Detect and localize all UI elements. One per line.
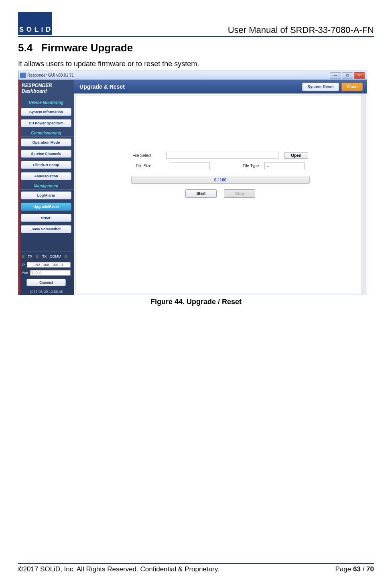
sidebar-title-line1: RESPONDER <box>22 83 52 88</box>
port-row: Port 20000 <box>18 269 74 277</box>
minimize-button[interactable]: — <box>330 72 341 79</box>
stop-button[interactable]: Stop <box>224 189 255 198</box>
file-select-row: File Select Open <box>132 152 308 159</box>
window-titlebar: Responder GUI v00.01.71 — □ ✕ <box>18 71 367 80</box>
start-button[interactable]: Start <box>185 189 217 198</box>
header-buttons: System Reset Close <box>302 83 363 91</box>
file-size-input[interactable] <box>170 162 210 169</box>
sidebar-item-snmp[interactable]: SNMP <box>21 214 71 222</box>
sidebar-item-ch-power-spectrum[interactable]: CH Power Spectrum <box>21 119 71 127</box>
copyright-text: ©2017 SOLiD, Inc. All Rights Reserved. C… <box>18 565 219 573</box>
page-sep: / <box>361 565 366 573</box>
sidebar-item-amp-isolation[interactable]: AMP/Isolation <box>21 172 71 180</box>
page-number: Page 63 / 70 <box>335 565 374 573</box>
comm-label: COMM <box>50 254 61 258</box>
sidebar-item-system-information[interactable]: System Information <box>21 108 71 116</box>
progress-bar: 0 / 100 <box>131 176 310 184</box>
sidebar-item-service-channels[interactable]: Service Channels <box>21 150 71 158</box>
sidebar: RESPONDER Dashboard Device Monitoring Sy… <box>18 80 74 295</box>
panel-close-button[interactable]: Close <box>341 83 363 91</box>
main-header: Upgrade & Reset System Reset Close <box>74 80 367 93</box>
open-button[interactable]: Open <box>284 152 308 159</box>
ip-input[interactable]: 192 . 168 . 100 . 1 <box>27 262 71 268</box>
file-size-label: File Size <box>136 164 164 168</box>
page-label: Page <box>335 565 353 573</box>
timestamp-label: 2017-06-20 12:55:08 <box>18 288 74 295</box>
close-window-button[interactable]: ✕ <box>354 72 365 79</box>
file-select-label: File Select <box>132 153 160 158</box>
ip-row: IP 192 . 168 . 100 . 1 <box>18 261 74 269</box>
ip-label: IP <box>22 263 25 267</box>
sidebar-status: TX RX COMM <box>18 252 74 261</box>
sidebar-section-commissioning: Commissioning <box>18 129 74 137</box>
window-title-group: Responder GUI v00.01.71 <box>20 73 74 78</box>
sidebar-section-management: Management <box>18 182 74 190</box>
app-body: RESPONDER Dashboard Device Monitoring Sy… <box>18 80 367 295</box>
progress-text: 0 / 100 <box>214 178 227 182</box>
sidebar-item-log-alarm[interactable]: Log/Alarm <box>21 191 71 199</box>
connect-button[interactable]: Connect <box>26 279 66 286</box>
sidebar-title-line2: Dashboard <box>22 88 47 94</box>
content-area: File Select Open File Size File Type -- … <box>75 95 365 293</box>
tx-led-icon <box>22 255 24 258</box>
port-input[interactable]: 20000 <box>30 270 71 276</box>
file-type-input[interactable]: -- <box>264 162 305 169</box>
sidebar-item-upgrade-reset[interactable]: Upgrade/Reset <box>21 203 71 211</box>
port-label: Port <box>22 271 28 275</box>
solid-logo: S O L i D <box>18 12 52 35</box>
file-type-label: File Type <box>243 164 259 168</box>
section-description: It allows users to update firmware or to… <box>18 60 374 68</box>
section-title: Firmware Upgrade <box>41 42 133 54</box>
action-row: Start Stop <box>185 189 255 198</box>
sidebar-item-operation-mode[interactable]: Operation Mode <box>21 138 71 146</box>
app-icon <box>20 73 26 78</box>
page-current: 63 <box>353 565 361 573</box>
system-reset-button[interactable]: System Reset <box>302 83 339 91</box>
page-footer: ©2017 SOLiD, Inc. All Rights Reserved. C… <box>18 563 374 573</box>
sidebar-title: RESPONDER Dashboard <box>18 80 74 98</box>
page-total: 70 <box>366 565 374 573</box>
tx-label: TX <box>28 254 32 258</box>
sidebar-accent <box>19 80 20 295</box>
window-buttons: — □ ✕ <box>330 72 365 79</box>
window-title: Responder GUI v00.01.71 <box>27 73 74 77</box>
scrollbar[interactable] <box>361 93 366 295</box>
section-heading: 5.4 Firmware Upgrade <box>18 42 374 54</box>
rx-led-icon <box>36 255 39 258</box>
file-select-input[interactable] <box>166 152 278 159</box>
file-info-row: File Size File Type -- <box>136 162 305 169</box>
main-panel: Upgrade & Reset System Reset Close File … <box>74 80 367 295</box>
figure-caption: Figure 44. Upgrade / Reset <box>18 298 374 306</box>
main-title: Upgrade & Reset <box>79 83 125 90</box>
sidebar-item-save-screenshot[interactable]: Save Screenshot <box>21 225 71 233</box>
section-number: 5.4 <box>18 42 32 54</box>
header-title: User Manual of SRDR-33-7080-A-FN <box>228 25 374 35</box>
app-screenshot: Responder GUI v00.01.71 — □ ✕ RESPONDER … <box>18 71 367 295</box>
sidebar-item-filter-ch-setup[interactable]: Filter/CH Setup <box>21 161 71 169</box>
rx-label: RX <box>42 254 47 258</box>
comm-led-icon <box>65 255 67 258</box>
sidebar-section-monitoring: Device Monitoring <box>18 98 74 106</box>
page-header: S O L i D User Manual of SRDR-33-7080-A-… <box>18 12 374 37</box>
maximize-button[interactable]: □ <box>342 72 353 79</box>
